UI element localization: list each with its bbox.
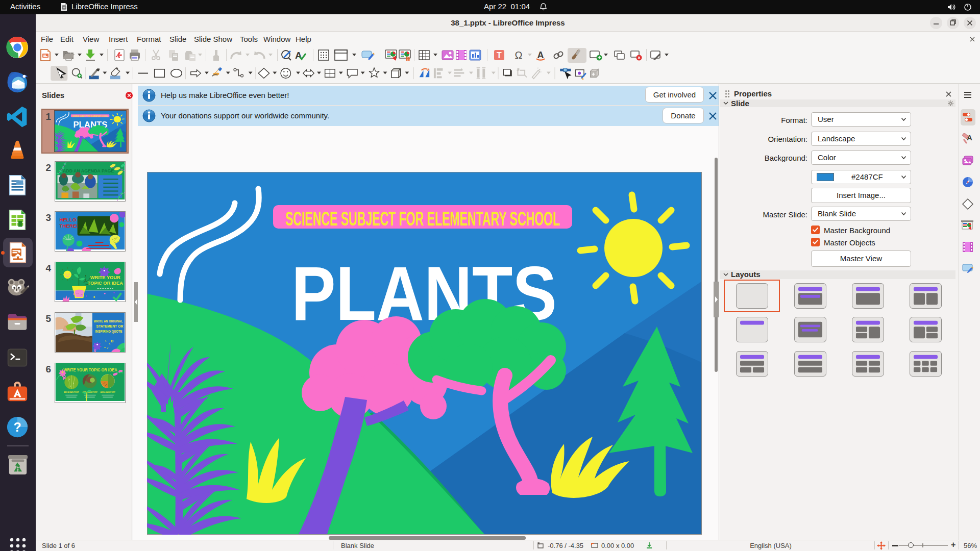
svg-text:ADD AN AGENDA PAGE: ADD AN AGENDA PAGE [63, 168, 114, 173]
svg-text:SCIENCE SUBJECT FOR ELEMENTARY: SCIENCE SUBJECT FOR ELEMENTARY SCHOOL [285, 208, 560, 230]
svg-text:ADD A MAIN POINT: ADD A MAIN POINT [100, 391, 115, 393]
svg-text:WRITE YOUR TOPIC OR IDEA: WRITE YOUR TOPIC OR IDEA [63, 368, 117, 372]
svg-text:A: A [537, 50, 544, 60]
svg-text:ADD A MAIN POINT: ADD A MAIN POINT [64, 391, 79, 393]
svg-text:INSPIRING QUOTE: INSPIRING QUOTE [95, 330, 122, 334]
svg-text:TOPIC OR IDEA: TOPIC OR IDEA [88, 281, 124, 286]
svg-text:WRITE AN ORIGINAL: WRITE AN ORIGINAL [94, 319, 123, 323]
svg-text:WRITE YOUR: WRITE YOUR [90, 275, 120, 280]
svg-text:T: T [497, 51, 502, 60]
svg-text:HELLO: HELLO [60, 217, 77, 222]
svg-text:THERE!: THERE! [60, 223, 78, 229]
svg-text:STATEMENT OR: STATEMENT OR [96, 324, 124, 328]
svg-text:Ω: Ω [515, 49, 523, 61]
svg-text:?: ? [13, 420, 21, 434]
